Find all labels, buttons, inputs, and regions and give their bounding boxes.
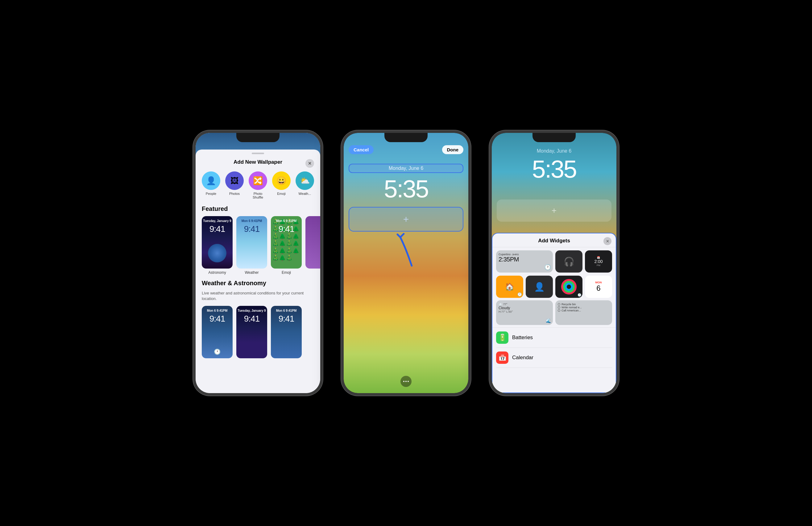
calendar-widget[interactable]: MON 6: [585, 276, 612, 298]
power-button[interactable]: [322, 189, 323, 216]
power-button-3[interactable]: [618, 189, 619, 216]
instructional-arrow: [394, 231, 418, 270]
featured-item-emoji[interactable]: Mon 6 9:41PM 9:41 🎄🌲🎄🌲🎄🌲🎄🌲🎄🌲🎄🌲🎄🌲🎄🌲🎄🌲🎄🌲🎄🌲…: [271, 216, 302, 275]
phone-2: Cancel Done Monday, June 6 5:35 +: [341, 131, 471, 395]
reminders-widget[interactable]: Recycle bin Write nomad e... Call Americ…: [555, 300, 612, 325]
phone3-widget-area[interactable]: +: [497, 199, 611, 222]
weather-time: 2:35PM: [498, 256, 519, 263]
volume-up-button[interactable]: [193, 176, 194, 195]
clock-label: PM: [594, 264, 603, 267]
calendar-day: 6: [596, 284, 600, 292]
airpods-widget[interactable]: 🎧: [555, 250, 582, 273]
widget-grid-row1: Cupertino -3HRS 2:35PM 🕐 🎧 📅 2:00 PM: [492, 247, 616, 276]
volume-up-button-3[interactable]: [489, 176, 490, 195]
calendar-list-item[interactable]: 📅 Calendar: [496, 348, 612, 368]
volume-down-button-2[interactable]: [341, 201, 342, 219]
home-widget[interactable]: 🏠 🕐: [496, 276, 523, 298]
volume-down-button[interactable]: [193, 201, 194, 219]
purple-thumb: [305, 216, 320, 269]
featured-item-astronomy[interactable]: Tuesday, January 9 9:41 Astronomy: [202, 216, 233, 275]
widget-grid-row2: 🏠 🕐 👤 🕐 MON 6: [492, 276, 616, 300]
people-option-label: People: [206, 192, 216, 195]
phone2-date: Monday, June 6: [389, 166, 424, 171]
modal-title: Add New Wallpaper: [234, 159, 282, 165]
thumb-clock: 9:41: [202, 224, 233, 234]
wt1-clock: 9:41: [202, 314, 233, 324]
phone2-date-bar: Monday, June 6: [349, 164, 463, 173]
featured-item-weather[interactable]: Mon 6 9:41PM 9:41 Weather: [236, 216, 267, 275]
wt1-date: Mon 6 9:41PM: [202, 309, 233, 312]
weather-label: Weather: [245, 270, 259, 275]
user-widget[interactable]: 👤: [526, 276, 553, 298]
panel-header: Add Widgets ✕: [492, 234, 616, 247]
reminder-item-1: Recycle bin: [558, 303, 576, 306]
weather-astronomy-desc: Live weather and astronomical conditions…: [195, 290, 320, 306]
dot-2: [405, 381, 407, 382]
wallpaper-option-people[interactable]: 👤 People: [202, 171, 220, 199]
dot-3: [408, 381, 409, 382]
panel-close-button[interactable]: ✕: [604, 237, 611, 245]
phone2-dots-menu[interactable]: [401, 376, 411, 387]
phone-3: Monday, June 6 5:35 + Add Widgets ✕ Cupe…: [489, 131, 619, 395]
weather-astronomy-title: Weather & Astronomy: [195, 280, 320, 290]
featured-section-title: Featured: [195, 205, 320, 216]
volume-up-button-2[interactable]: [341, 176, 342, 195]
astronomy-thumbnail: Tuesday, January 9 9:41: [202, 216, 233, 269]
photos-option-label: Photos: [229, 192, 240, 195]
reminder-item-2: Write nomad e...: [558, 306, 582, 309]
widget-grid-row3: ☁️ 77° Cloudy H:77° L:60° 🌊 Recycle bin …: [492, 300, 616, 328]
emoji-label: Emoji: [282, 270, 291, 275]
wallpaper-option-photoshuffle[interactable]: 🔀 PhotoShuffle: [249, 171, 267, 199]
thumb-clock-3: 9:41: [271, 224, 302, 234]
thumb-date: Tuesday, January 9: [202, 219, 233, 223]
weather-city: Cupertino -3HRS: [498, 253, 519, 256]
temp-range: H:77° L:60°: [498, 310, 513, 313]
wallpaper-option-weather[interactable]: ⛅ Weath...: [295, 171, 314, 199]
clock-widget[interactable]: 📅 2:00 PM: [585, 250, 612, 273]
wt2-date: Tuesday, January 9: [236, 309, 267, 312]
condition-label: Cloudy: [498, 306, 510, 310]
featured-grid: Tuesday, January 9 9:41 Astronomy Mon 6 …: [195, 216, 320, 280]
temp-label: 77°: [503, 303, 508, 306]
phone1-screen: Add New Wallpaper ✕ 👤 People 🖼 Photos 🔀 …: [195, 133, 320, 393]
add-wallpaper-modal: Add New Wallpaper ✕ 👤 People 🖼 Photos 🔀 …: [195, 150, 320, 393]
weather-thumb-1[interactable]: Mon 6 9:41PM 9:41 🕐: [202, 306, 233, 358]
weather-widget-large[interactable]: Cupertino -3HRS 2:35PM 🕐: [496, 250, 553, 273]
phone2-widget-area[interactable]: +: [349, 207, 463, 231]
calendar-month: MON: [595, 281, 602, 284]
phone3-add-widget-icon: +: [552, 206, 556, 215]
wallpaper-options-row: 👤 People 🖼 Photos 🔀 PhotoShuffle 😀 Emoji…: [195, 168, 320, 205]
batteries-list-item[interactable]: 🔋 Batteries: [496, 328, 612, 348]
wt2-clock: 9:41: [236, 314, 267, 324]
wallpaper-option-emoji[interactable]: 😀 Emoji: [272, 171, 291, 199]
thumb-date-2: Mon 6 9:41PM: [236, 219, 267, 223]
batteries-label: Batteries: [512, 334, 533, 341]
weather-small-widget[interactable]: ☁️ 77° Cloudy H:77° L:60° 🌊: [496, 300, 553, 325]
weather-thumbnail: Mon 6 9:41PM 9:41: [236, 216, 267, 269]
modal-header: Add New Wallpaper ✕: [195, 154, 320, 168]
weather-option-label: Weath...: [299, 192, 311, 195]
phone2-topbar: Cancel Done: [349, 145, 463, 154]
cancel-button[interactable]: Cancel: [349, 145, 374, 154]
wallpaper-option-photos[interactable]: 🖼 Photos: [225, 171, 244, 199]
weather-thumb-2[interactable]: Tuesday, January 9 9:41: [236, 306, 267, 358]
people-option-icon: 👤: [202, 171, 220, 190]
weather-astronomy-grid: Mon 6 9:41PM 9:41 🕐 Tuesday, January 9 9…: [195, 306, 320, 358]
dot-1: [403, 381, 404, 382]
add-widgets-panel: Add Widgets ✕ Cupertino -3HRS 2:35PM 🕐: [492, 233, 617, 393]
weather-option-icon: ⛅: [295, 171, 314, 190]
thumb-clock-2: 9:41: [236, 224, 267, 234]
power-button-2[interactable]: [470, 189, 471, 216]
modal-close-button[interactable]: ✕: [305, 159, 314, 168]
done-button[interactable]: Done: [442, 145, 464, 154]
panel-title: Add Widgets: [538, 238, 570, 244]
clock-time-value: 2:00: [594, 259, 603, 264]
phone3-time: 5:35: [492, 155, 617, 183]
clock-widget-content: 📅 2:00 PM: [594, 256, 603, 267]
fitness-widget[interactable]: 🕐: [555, 276, 582, 298]
calendar-label: Calendar: [512, 355, 533, 361]
phone2-screen: Cancel Done Monday, June 6 5:35 +: [344, 133, 468, 393]
volume-down-button-3[interactable]: [489, 201, 490, 219]
photoshuffle-option-icon: 🔀: [249, 171, 267, 190]
weather-thumb-3[interactable]: Mon 6 9:41PM 9:41: [271, 306, 302, 358]
